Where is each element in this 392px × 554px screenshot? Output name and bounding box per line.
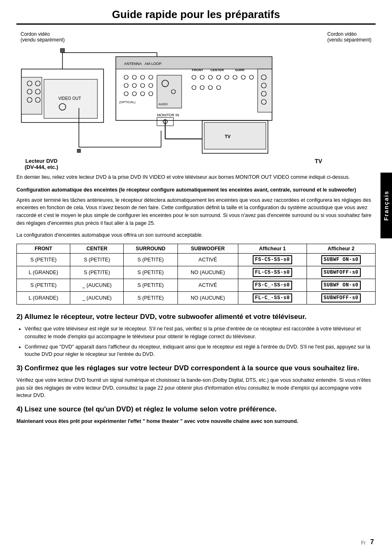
svg-point-17 <box>141 75 145 79</box>
svg-point-44 <box>200 85 204 90</box>
intro-text: En dernier lieu, reliez votre lecteur DV… <box>16 173 376 181</box>
svg-text:AM LOOP: AM LOOP <box>145 62 161 66</box>
diagram-labels: Cordon vidéo (vendu séparément) Cordon v… <box>16 31 376 43</box>
table-row: L (GRANDE)_ (AUCUNE)S (PETITE)NO (AUCUNE… <box>17 292 376 305</box>
svg-rect-63 <box>60 48 65 53</box>
svg-point-26 <box>149 92 153 96</box>
cell-center: _ (AUCUNE) <box>70 279 124 292</box>
page-number: 7 <box>370 538 374 546</box>
list-item: Confirmez que "DVD" apparaît dans l'affi… <box>25 343 376 359</box>
section2-bullets: Vérifiez que votre téléviseur est réglé … <box>25 325 376 358</box>
side-tab: Français <box>380 173 392 238</box>
label-right: Cordon vidéo (vendu séparément) <box>327 31 371 43</box>
svg-text:SURR: SURR <box>235 68 244 72</box>
svg-point-25 <box>141 92 145 96</box>
svg-point-37 <box>233 75 237 79</box>
cell-display2: SUBWFOFF-s0 <box>307 266 375 279</box>
col-surround: SURROUND <box>124 244 178 254</box>
page: Guide rapide pour les préparatifs Cordon… <box>0 0 392 554</box>
connection-diagram: VIDEO OUT ANTENNA AM LOOP ( <box>17 44 375 155</box>
cell-display1: FS-C_-SS-s0 <box>238 279 307 292</box>
svg-text:VIDEO OUT: VIDEO OUT <box>58 96 81 101</box>
cell-display2: SUBWF ON-s0 <box>307 254 375 266</box>
cell-subwoofer: ACTIVÉ <box>178 279 238 292</box>
svg-point-39 <box>249 75 254 79</box>
section3-body: Vérifiez que votre lecteur DVD fournit u… <box>16 376 376 399</box>
svg-rect-67 <box>77 149 81 152</box>
final-note: Maintenant vous êtes prêt pour expérimen… <box>16 418 376 425</box>
svg-point-35 <box>217 75 221 79</box>
table-row: L (GRANDE)S (PETITE)S (PETITE)NO (AUCUNE… <box>17 266 376 279</box>
cell-display1: FL-C5-SS-s0 <box>238 266 307 279</box>
cell-display1: FS-C5-SS-s0 <box>238 254 307 266</box>
table-row: S (PETITE)_ (AUCUNE)S (PETITE)ACTIVÉFS-C… <box>17 279 376 292</box>
cell-front: L (GRANDE) <box>17 292 70 305</box>
svg-point-23 <box>124 92 128 96</box>
table-row: S (PETITE)S (PETITE)S (PETITE)ACTIVÉFS-C… <box>17 254 376 266</box>
config-body: Après avoir terminé les tâches antérieur… <box>16 196 376 227</box>
cell-display1: FL-C_-SS-s0 <box>238 292 307 305</box>
label-left: Cordon vidéo (vendu séparément) <box>21 31 65 43</box>
device-labels: Lecteur DVD(DV-444, etc.) TV <box>16 158 376 170</box>
page-title: Guide rapide pour les préparatifs <box>16 8 376 25</box>
svg-point-43 <box>192 85 196 90</box>
col-center: CENTER <box>70 244 124 254</box>
col-subwoofer: SUBWOOFER <box>178 244 238 254</box>
svg-point-15 <box>124 75 128 79</box>
list-item: Vérifiez que votre téléviseur est réglé … <box>25 325 376 341</box>
cell-front: L (GRANDE) <box>17 266 70 279</box>
cell-center: S (PETITE) <box>70 266 124 279</box>
cell-display2: SUBWFOFF-s0 <box>307 292 375 305</box>
section2-heading: 2) Allumez le récepteur, votre lecteur D… <box>16 312 376 322</box>
svg-point-33 <box>200 75 204 79</box>
svg-point-32 <box>192 75 196 79</box>
svg-point-38 <box>241 75 245 79</box>
cell-display2: SUBWF ON-s0 <box>307 279 375 292</box>
speaker-table: FRONT CENTER SURROUND SUBWOOFER Afficheu… <box>16 244 376 305</box>
config-title: Configuration automatique des enceintes … <box>16 186 376 194</box>
cell-subwoofer: NO (AUCUNE) <box>178 266 238 279</box>
cell-subwoofer: ACTIVÉ <box>178 254 238 266</box>
svg-point-18 <box>149 75 153 79</box>
svg-point-45 <box>208 85 212 90</box>
cell-center: S (PETITE) <box>70 254 124 266</box>
svg-point-21 <box>141 83 145 88</box>
cell-front: S (PETITE) <box>17 254 70 266</box>
tv-label: TV <box>315 158 322 170</box>
cell-front: S (PETITE) <box>17 279 70 292</box>
cell-center: _ (AUCUNE) <box>70 292 124 305</box>
svg-point-36 <box>225 75 229 79</box>
col-display1: Afficheur 1 <box>238 244 307 254</box>
svg-text:ANTENNA: ANTENNA <box>124 62 142 66</box>
cell-surround: S (PETITE) <box>124 254 178 266</box>
cell-surround: S (PETITE) <box>124 292 178 305</box>
svg-text:MONITOR IN: MONITOR IN <box>157 113 179 117</box>
svg-point-22 <box>149 83 153 88</box>
fr-label: Fr <box>361 540 366 546</box>
svg-point-46 <box>217 85 221 90</box>
section3-heading: 3) Confirmez que les réglages sur votre … <box>16 363 376 373</box>
svg-text:CENTER: CENTER <box>210 68 224 72</box>
section4-heading: 4) Lisez une source (tel qu'un DVD) et r… <box>16 404 376 414</box>
dvd-player-label: Lecteur DVD(DV-444, etc.) <box>25 158 58 170</box>
svg-point-20 <box>132 83 136 88</box>
svg-text:FRONT: FRONT <box>192 68 203 72</box>
cell-subwoofer: NO (AUCUNE) <box>178 292 238 305</box>
svg-text:TV: TV <box>225 134 231 139</box>
svg-point-24 <box>132 92 136 96</box>
diagram-area: Cordon vidéo (vendu séparément) Cordon v… <box>16 31 376 170</box>
svg-point-34 <box>208 75 212 79</box>
svg-point-16 <box>132 75 136 79</box>
col-display2: Afficheur 2 <box>307 244 375 254</box>
svg-rect-47 <box>258 69 272 112</box>
col-front: FRONT <box>17 244 70 254</box>
svg-rect-55 <box>204 122 266 149</box>
svg-rect-1 <box>21 77 42 114</box>
svg-text:AUDIO: AUDIO <box>159 103 168 106</box>
auto-config-note: La configuration d'enceintes automatique… <box>16 231 376 239</box>
cell-surround: S (PETITE) <box>124 266 178 279</box>
svg-point-19 <box>124 83 128 88</box>
cell-surround: S (PETITE) <box>124 279 178 292</box>
svg-text:(OPTICAL): (OPTICAL) <box>119 100 136 104</box>
